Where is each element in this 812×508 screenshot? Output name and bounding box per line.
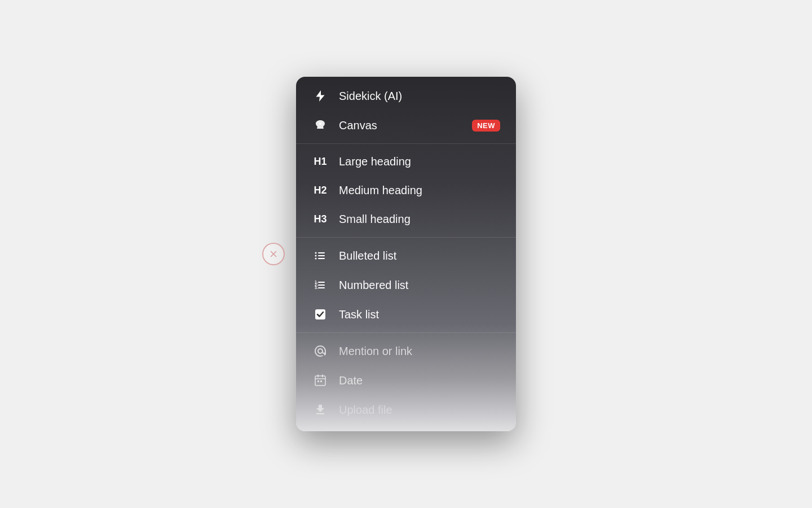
svg-point-3	[315, 255, 317, 257]
lightning-icon	[312, 89, 329, 103]
menu-item-task-list[interactable]: Task list	[296, 300, 516, 329]
bulleted-list-icon	[312, 249, 329, 262]
svg-rect-8	[318, 282, 325, 283]
small-heading-label: Small heading	[339, 213, 500, 226]
new-badge: NEW	[472, 120, 500, 132]
menu-item-date[interactable]: Date	[296, 366, 516, 395]
menu-item-bulleted-list[interactable]: Bulleted list	[296, 241, 516, 270]
large-heading-label: Large heading	[339, 155, 500, 168]
h2-icon: H2	[312, 185, 329, 196]
menu-item-numbered-list[interactable]: 1. 2. 3. Numbered list	[296, 270, 516, 300]
svg-point-0	[319, 122, 321, 125]
menu-item-medium-heading[interactable]: H2 Medium heading	[296, 176, 516, 205]
close-button[interactable]	[262, 243, 285, 265]
svg-rect-4	[318, 255, 325, 256]
upload-icon	[312, 403, 329, 417]
svg-point-5	[315, 258, 317, 260]
mention-or-link-label: Mention or link	[339, 345, 500, 358]
task-list-label: Task list	[339, 308, 500, 321]
svg-rect-18	[317, 380, 319, 382]
medium-heading-label: Medium heading	[339, 184, 500, 197]
upload-file-label: Upload file	[339, 404, 500, 417]
menu-item-canvas[interactable]: Canvas NEW	[296, 111, 516, 140]
svg-rect-12	[318, 287, 325, 288]
task-list-icon	[312, 308, 329, 321]
svg-rect-19	[320, 380, 322, 382]
h1-icon: H1	[312, 156, 329, 168]
svg-rect-2	[318, 252, 325, 253]
numbered-list-label: Numbered list	[339, 279, 500, 292]
svg-text:3.: 3.	[315, 286, 318, 290]
svg-rect-6	[318, 258, 325, 259]
menu-item-small-heading[interactable]: H3 Small heading	[296, 205, 516, 234]
canvas-icon	[312, 119, 329, 132]
divider-3	[296, 332, 516, 333]
date-label: Date	[339, 374, 500, 387]
menu-item-mention-or-link[interactable]: Mention or link	[296, 336, 516, 366]
sidekick-label: Sidekick (AI)	[339, 90, 500, 103]
divider-1	[296, 143, 516, 144]
at-icon	[312, 344, 329, 358]
h3-icon: H3	[312, 213, 329, 225]
menu-item-sidekick[interactable]: Sidekick (AI)	[296, 81, 516, 111]
menu-item-upload-file[interactable]: Upload file	[296, 395, 516, 424]
canvas-label: Canvas	[339, 119, 462, 132]
page-background: Sidekick (AI) Canvas NEW H1 Large headin…	[296, 77, 516, 431]
divider-2	[296, 237, 516, 238]
numbered-list-icon: 1. 2. 3.	[312, 278, 329, 292]
menu-container: Sidekick (AI) Canvas NEW H1 Large headin…	[296, 77, 516, 431]
svg-point-1	[315, 252, 317, 254]
bulleted-list-label: Bulleted list	[339, 249, 500, 262]
calendar-icon	[312, 374, 329, 387]
svg-rect-10	[318, 284, 325, 286]
menu-item-large-heading[interactable]: H1 Large heading	[296, 147, 516, 176]
